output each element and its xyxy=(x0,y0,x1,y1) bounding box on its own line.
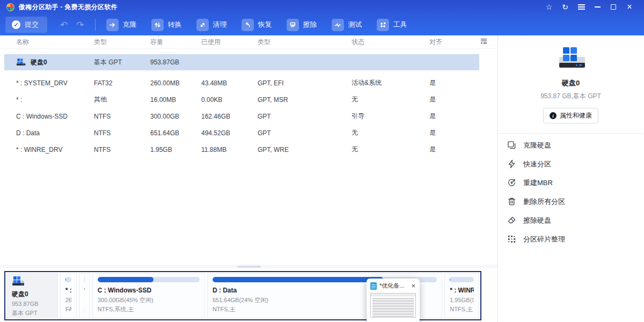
clone-disk-icon xyxy=(507,141,516,150)
disk-icon-large xyxy=(554,46,588,72)
erase-icon xyxy=(287,19,299,31)
diskmap-partition[interactable]: * : WINRE_... 1.95GB(99%... NTFS,主 xyxy=(444,273,479,318)
test-icon xyxy=(332,19,344,31)
minimize-button[interactable] xyxy=(589,1,605,13)
diskmap-partition[interactable]: * : 16.... 其... xyxy=(79,273,90,318)
notepad-icon xyxy=(370,282,377,290)
sidebar-item-rebuild-mbr[interactable]: 重建MBR xyxy=(498,173,643,192)
titlebar: 傲梅分区助手 - 免费无损分区软件 ☆ ↻ × xyxy=(0,0,644,14)
rebuild-mbr-icon xyxy=(507,178,516,187)
table-row[interactable]: C : Windows-SSD NTFS 300.00GB 162.46GB G… xyxy=(0,108,497,125)
table-row[interactable]: * : SYSTEM_DRV FAT32 260.00MB 43.48MB GP… xyxy=(0,75,497,91)
table-row[interactable]: D : Data NTFS 651.64GB 494.52GB GPT 无 是 xyxy=(0,125,497,141)
splitter-handle-icon xyxy=(237,266,261,268)
usage-bar xyxy=(84,277,85,282)
app-logo-icon xyxy=(6,3,14,11)
sidebar-item-clone-disk[interactable]: 克隆硬盘 xyxy=(498,136,643,155)
sidebar-item-quick-partition[interactable]: 快速分区 xyxy=(498,155,643,173)
tools-icon xyxy=(377,19,389,31)
sidebar: 硬盘0 953.87 GB,基本 GPT i 属性和健康 克隆硬盘 快速分区 重… xyxy=(498,35,643,322)
disk-table-panel: 名称 类型 容量 已使用 类型 状态 对齐 硬盘0 基本 GPT xyxy=(0,35,498,322)
sidebar-item-wipe-disk[interactable]: 擦除硬盘 xyxy=(498,211,643,230)
col-capacity[interactable]: 容量 xyxy=(150,38,201,47)
history-controls: ↶ ↷ xyxy=(60,19,84,31)
disk-icon xyxy=(16,58,27,67)
clone-icon xyxy=(106,19,119,31)
check-icon: ✓ xyxy=(12,20,20,29)
usage-bar xyxy=(65,277,71,282)
disk-name: 硬盘0 xyxy=(31,58,47,67)
convert-icon xyxy=(151,19,164,31)
toolbar-test-button[interactable]: 测试 xyxy=(332,19,362,31)
submit-label: 提交 xyxy=(25,20,39,30)
table-row-disk0[interactable]: 硬盘0 基本 GPT 953.87GB xyxy=(4,54,479,70)
diskmap-partition[interactable]: * : ... 260... FA... xyxy=(60,273,77,318)
toolbar-separator xyxy=(95,19,96,31)
toolbar: ✓ 提交 ↶ ↷ 克隆 转换 xyxy=(0,14,644,35)
header: 傲梅分区助手 - 免费无损分区软件 ☆ ↻ × ✓ 提交 ↶ ↷ xyxy=(0,0,644,35)
table-row[interactable]: * : 其他 16.00MB 0.00KB GPT, MSR 无 是 xyxy=(0,91,497,108)
app-window: 傲梅分区助手 - 免费无损分区软件 ☆ ↻ × ✓ 提交 ↶ ↷ xyxy=(0,0,644,322)
col-partition-type[interactable]: 类型 xyxy=(258,38,352,47)
recover-icon xyxy=(241,19,254,31)
diskmap-partition[interactable]: C : Windows-SSD 300.00GB(45% 空闲) NTFS,系统… xyxy=(92,273,205,318)
sidebar-actions: 克隆硬盘 快速分区 重建MBR 删除所有分区 擦除硬盘 xyxy=(498,134,643,248)
clean-icon xyxy=(196,19,209,31)
lightning-icon xyxy=(507,159,516,169)
submit-button[interactable]: ✓ 提交 xyxy=(5,17,47,33)
defragment-icon xyxy=(507,235,516,244)
redo-icon[interactable]: ↷ xyxy=(76,19,84,31)
toolbar-convert-button[interactable]: 转换 xyxy=(151,19,182,31)
popup-header: *优化备... × xyxy=(370,282,416,290)
preview-text-lines xyxy=(372,297,414,318)
window-controls: ☆ ↻ × xyxy=(541,1,638,13)
disk-icon xyxy=(12,276,26,287)
toolbar-clone-button[interactable]: 克隆 xyxy=(106,19,137,31)
col-used[interactable]: 已使用 xyxy=(201,38,258,47)
sidebar-disk-meta: 953.87 GB,基本 GPT xyxy=(540,92,601,101)
update-sync-icon[interactable]: ↻ xyxy=(557,1,573,13)
app-title: 傲梅分区助手 - 免费无损分区软件 xyxy=(19,3,118,12)
sidebar-item-defragment[interactable]: 分区碎片整理 xyxy=(498,230,643,248)
sidebar-disk-name: 硬盘0 xyxy=(562,78,580,88)
toolbar-tools-button[interactable]: 工具 xyxy=(377,19,407,31)
taskbar-preview-popup[interactable]: *优化备... × xyxy=(367,279,420,322)
panel-splitter[interactable] xyxy=(0,265,497,268)
close-button[interactable]: × xyxy=(621,1,638,13)
trash-icon xyxy=(507,197,516,206)
col-name[interactable]: 名称 xyxy=(16,38,94,47)
usage-bar xyxy=(98,277,200,282)
properties-health-button[interactable]: i 属性和健康 xyxy=(543,108,598,123)
popup-title: *优化备... xyxy=(379,282,408,290)
popup-document-preview[interactable] xyxy=(370,293,416,318)
preview-menubar xyxy=(371,294,415,296)
table-header: 名称 类型 容量 已使用 类型 状态 对齐 xyxy=(0,35,497,49)
main-area: 名称 类型 容量 已使用 类型 状态 对齐 硬盘0 基本 GPT xyxy=(0,35,644,322)
table-body: 硬盘0 基本 GPT 953.87GB * : SYSTEM_DRV FAT32… xyxy=(0,49,497,158)
sidebar-item-delete-all-partitions[interactable]: 删除所有分区 xyxy=(498,192,643,211)
undo-icon[interactable]: ↶ xyxy=(60,19,68,31)
col-status[interactable]: 状态 xyxy=(352,38,429,47)
diskmap-disk-block[interactable]: 硬盘0 953.87GB 基本 GPT xyxy=(6,273,58,318)
col-fs-type[interactable]: 类型 xyxy=(94,38,150,47)
detail-view-icon[interactable] xyxy=(480,38,488,47)
toolbar-clean-button[interactable]: 清理 xyxy=(196,19,227,31)
popup-close-icon[interactable]: × xyxy=(411,282,416,289)
table-row[interactable]: * : WINRE_DRV NTFS 1.95GB 11.88MB GPT, W… xyxy=(0,141,497,158)
eraser-icon xyxy=(507,216,516,225)
menu-icon[interactable] xyxy=(573,1,589,13)
maximize-button[interactable] xyxy=(605,1,621,13)
favorite-star-icon[interactable]: ☆ xyxy=(541,1,557,13)
col-aligned[interactable]: 对齐 xyxy=(429,38,472,47)
toolbar-recover-button[interactable]: 恢复 xyxy=(241,19,272,31)
toolbar-erase-button[interactable]: 擦除 xyxy=(287,19,317,31)
info-icon: i xyxy=(550,112,557,119)
usage-bar xyxy=(450,277,474,282)
